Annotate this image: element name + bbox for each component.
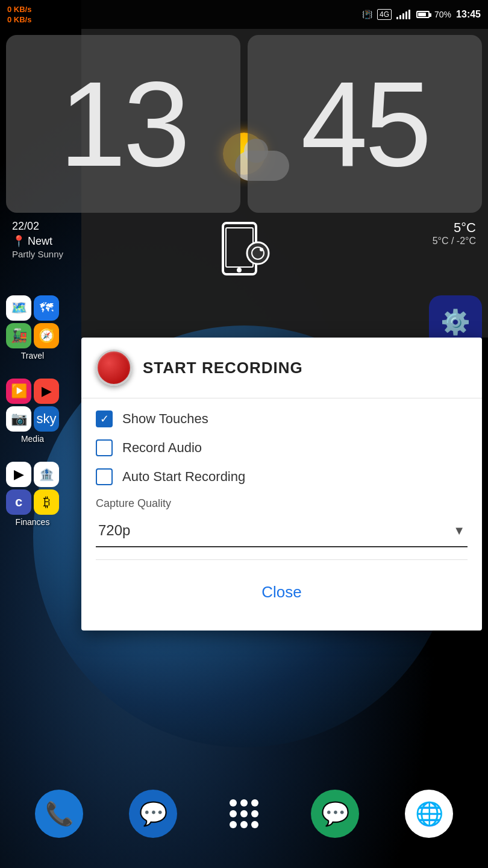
- media-group[interactable]: ▶️ ▶ 📷 sky Media: [6, 379, 59, 444]
- modal-title: START RECORDING: [143, 359, 303, 377]
- travel-label: Travel: [21, 351, 44, 360]
- record-audio-checkbox[interactable]: [96, 439, 113, 456]
- speed-up: 0 KB/s: [7, 15, 31, 25]
- screen-record-icon: [211, 217, 277, 283]
- record-audio-row[interactable]: Record Audio: [96, 439, 468, 456]
- bank-icon: 🏦: [34, 462, 59, 487]
- network-4g: 4G: [377, 9, 392, 20]
- modal-close-row: Close: [96, 572, 468, 618]
- clock-minutes-block: 45: [248, 35, 482, 213]
- photos-icon: 📷: [6, 406, 31, 432]
- messages-dock-icon[interactable]: 💬: [129, 790, 177, 838]
- battery-percent: 70%: [434, 10, 451, 19]
- bottom-dock: 📞 💬 💬 🌐: [0, 784, 488, 844]
- weather-temp-main: 5°C: [433, 220, 476, 236]
- close-button[interactable]: Close: [243, 578, 319, 606]
- signal-icon: [396, 10, 410, 19]
- left-app-icons: 🗺️ 🗺 🚂 🧭 Travel ▶️ ▶ 📷: [6, 295, 59, 527]
- travel-group[interactable]: 🗺️ 🗺 🚂 🧭 Travel: [6, 295, 59, 360]
- weather-right: 5°C 5°C / -2°C: [433, 220, 476, 247]
- weather-left: 22/02 📍 Newt Partly Sunny: [12, 220, 63, 259]
- play-icon: ▶️: [6, 379, 31, 404]
- weather-description: Partly Sunny: [12, 249, 63, 259]
- record-button-circle[interactable]: [96, 350, 132, 386]
- city-name: Newt: [28, 235, 52, 248]
- media-icon-grid: ▶️ ▶ 📷 sky: [6, 379, 59, 432]
- clock-widget: 13 45: [6, 35, 482, 213]
- status-bar: 0 KB/s 0 KB/s 📳 4G 70% 13:45: [0, 0, 488, 29]
- location-pin-icon: 📍: [12, 234, 25, 248]
- media-label: Media: [21, 434, 44, 444]
- battery-icon: [416, 11, 430, 18]
- youtube-icon: ▶: [34, 379, 59, 404]
- svg-point-3: [247, 242, 269, 264]
- svg-point-2: [237, 268, 242, 272]
- auto-start-checkbox[interactable]: [96, 468, 113, 485]
- clock-time: 13:45: [456, 9, 481, 20]
- train-icon: 🚂: [6, 323, 31, 348]
- travel-icon-grid: 🗺️ 🗺 🚂 🧭: [6, 295, 59, 348]
- navigation-icon: 🧭: [34, 323, 59, 348]
- quality-value: 720p: [98, 522, 130, 539]
- modal-body: ✓ Show Touches Record Audio Auto Start R…: [81, 398, 482, 631]
- hangouts-dock-icon[interactable]: 💬: [311, 790, 359, 838]
- clock-hours: 13: [59, 64, 187, 184]
- app-drawer-icon: [230, 799, 258, 828]
- show-touches-label: Show Touches: [122, 411, 208, 427]
- phone-dock-icon[interactable]: 📞: [35, 790, 83, 838]
- show-touches-row[interactable]: ✓ Show Touches: [96, 410, 468, 427]
- coin-icon: c: [6, 489, 31, 515]
- record-audio-label: Record Audio: [122, 440, 202, 456]
- google-maps-icon: 🗺️: [6, 295, 31, 321]
- auto-start-label: Auto Start Recording: [122, 469, 245, 485]
- quality-label: Capture Quality: [96, 497, 468, 510]
- clock-minutes: 45: [301, 64, 428, 184]
- show-touches-checkbox[interactable]: ✓: [96, 410, 113, 427]
- svg-point-5: [260, 248, 263, 251]
- crypto-icon: ₿: [34, 489, 59, 515]
- finances-icon-grid: ▶ 🏦 c ₿: [6, 462, 59, 515]
- finances-group[interactable]: ▶ 🏦 c ₿ Finances: [6, 462, 59, 527]
- finances-label: Finances: [16, 517, 50, 527]
- speed-down: 0 KB/s: [7, 5, 31, 14]
- quality-section: Capture Quality 720p ▼: [96, 497, 468, 547]
- app-drawer-button[interactable]: [223, 793, 265, 835]
- clock-hours-block: 13: [6, 35, 240, 213]
- modal-title-row: START RECORDING: [81, 338, 482, 398]
- recording-icon-wrapper: [211, 217, 277, 283]
- weather-date: 22/02: [12, 220, 63, 233]
- status-right-area: 📳 4G 70% 13:45: [362, 9, 481, 20]
- dropdown-arrow-icon: ▼: [453, 524, 465, 538]
- google-my-maps-icon: 🗺: [34, 295, 59, 321]
- modal-dialog: START RECORDING ✓ Show Touches Record Au…: [81, 338, 482, 631]
- quality-dropdown[interactable]: 720p ▼: [96, 515, 468, 547]
- weather-temp-range: 5°C / -2°C: [433, 236, 476, 247]
- sky-icon: sky: [34, 406, 59, 432]
- play-store-icon: ▶: [6, 462, 31, 487]
- network-speed: 0 KB/s 0 KB/s: [7, 5, 31, 24]
- chrome-dock-icon[interactable]: 🌐: [405, 790, 453, 838]
- weather-city: 📍 Newt: [12, 234, 63, 248]
- modal-divider: [96, 559, 468, 560]
- auto-start-row[interactable]: Auto Start Recording: [96, 468, 468, 485]
- checkmark-icon: ✓: [100, 414, 109, 424]
- vibrate-icon: 📳: [362, 10, 372, 19]
